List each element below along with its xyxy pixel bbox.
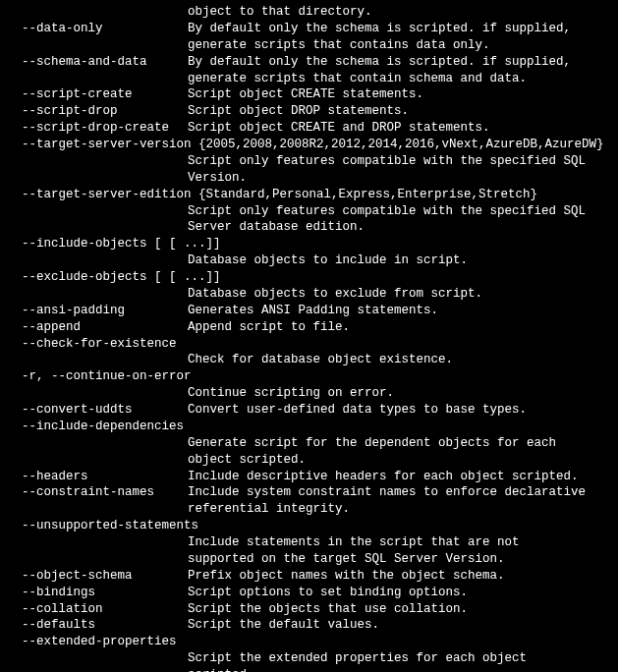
option-flag: --schema-and-data bbox=[8, 54, 188, 71]
option-flag: --target-server-edition {Standard,Person… bbox=[8, 187, 537, 203]
option-flag: --script-drop bbox=[8, 103, 188, 120]
help-line: --object-schemaPrefix object names with … bbox=[8, 568, 610, 585]
help-description-continuation: Version. bbox=[8, 170, 610, 187]
option-description: Script the default values. bbox=[188, 617, 610, 634]
option-flag: --ansi-padding bbox=[8, 303, 188, 319]
help-description-continuation: Database objects to include in script. bbox=[8, 252, 610, 269]
option-flag: --include-objects [ [ ...]] bbox=[8, 236, 221, 252]
help-line: --constraint-namesInclude system constra… bbox=[8, 484, 610, 501]
help-line: --collationScript the objects that use c… bbox=[8, 601, 610, 618]
help-description-continuation: scripted. bbox=[8, 667, 610, 672]
help-line: --convert-uddtsConvert user-defined data… bbox=[8, 402, 610, 419]
help-line: --script-dropScript object DROP statemen… bbox=[8, 103, 610, 120]
help-description-continuation: Script the extended properties for each … bbox=[8, 650, 610, 667]
help-description-continuation: generate scripts that contains data only… bbox=[8, 37, 610, 54]
option-description: Prefix object names with the object sche… bbox=[188, 568, 610, 585]
help-line: --bindingsScript options to set binding … bbox=[8, 585, 610, 601]
help-description-continuation: Script only features compatible with the… bbox=[8, 153, 610, 170]
option-description: Script object CREATE and DROP statements… bbox=[188, 120, 610, 137]
option-flag: --convert-uddts bbox=[8, 402, 188, 419]
option-flag: --headers bbox=[8, 469, 188, 485]
help-line: --script-drop-createScript object CREATE… bbox=[8, 120, 610, 137]
option-flag: --object-schema bbox=[8, 568, 188, 585]
help-line: --exclude-objects [ [ ...]] bbox=[8, 269, 610, 286]
help-line: --data-onlyBy default only the schema is… bbox=[8, 21, 610, 37]
help-line: --unsupported-statements bbox=[8, 518, 610, 534]
option-description: Generates ANSI Padding statements. bbox=[188, 303, 610, 319]
help-line: --target-server-version {2005,2008,2008R… bbox=[8, 137, 610, 153]
help-line: --extended-properties bbox=[8, 634, 610, 650]
option-flag: --unsupported-statements bbox=[8, 518, 198, 534]
option-flag: --check-for-existence bbox=[8, 336, 177, 353]
help-line: --appendAppend script to file. bbox=[8, 319, 610, 336]
option-description: Script the objects that use collation. bbox=[188, 601, 610, 618]
option-flag: --script-drop-create bbox=[8, 120, 188, 137]
help-description-continuation: Script only features compatible with the… bbox=[8, 203, 610, 220]
help-description-continuation: generate scripts that contain schema and… bbox=[8, 71, 610, 87]
option-flag: --data-only bbox=[8, 21, 188, 37]
help-description-continuation: object to that directory. bbox=[8, 4, 610, 21]
option-description: Convert user-defined data types to base … bbox=[188, 402, 610, 419]
option-flag: --collation bbox=[8, 601, 188, 618]
help-description-continuation: Server database edition. bbox=[8, 219, 610, 236]
option-flag: --bindings bbox=[8, 585, 188, 601]
help-line: --include-dependencies bbox=[8, 419, 610, 435]
help-line: --include-objects [ [ ...]] bbox=[8, 236, 610, 252]
help-line: --defaultsScript the default values. bbox=[8, 617, 610, 634]
option-description: Include system constraint names to enfor… bbox=[188, 484, 610, 501]
help-line: --headersInclude descriptive headers for… bbox=[8, 469, 610, 485]
option-description: By default only the schema is scripted. … bbox=[188, 21, 610, 37]
option-flag: --target-server-version {2005,2008,2008R… bbox=[8, 137, 604, 153]
option-flag: --include-dependencies bbox=[8, 419, 184, 435]
help-line: --ansi-paddingGenerates ANSI Padding sta… bbox=[8, 303, 610, 319]
option-description: Script options to set binding options. bbox=[188, 585, 610, 601]
option-description: By default only the schema is scripted. … bbox=[188, 54, 610, 71]
option-description: Include descriptive headers for each obj… bbox=[188, 469, 610, 485]
help-line: --check-for-existence bbox=[8, 336, 610, 353]
help-description-continuation: Continue scripting on error. bbox=[8, 385, 610, 402]
help-description-continuation: Include statements in the script that ar… bbox=[8, 534, 610, 551]
option-flag: --constraint-names bbox=[8, 484, 188, 501]
help-line: --schema-and-dataBy default only the sch… bbox=[8, 54, 610, 71]
help-description-continuation: supported on the target SQL Server Versi… bbox=[8, 551, 610, 568]
option-description: Append script to file. bbox=[188, 319, 610, 336]
option-flag: -r, --continue-on-error bbox=[8, 368, 192, 385]
help-line: --target-server-edition {Standard,Person… bbox=[8, 187, 610, 203]
option-flag: --append bbox=[8, 319, 188, 336]
help-description-continuation: referential integrity. bbox=[8, 501, 610, 518]
help-description-continuation: Check for database object existence. bbox=[8, 352, 610, 368]
help-line: --script-createScript object CREATE stat… bbox=[8, 86, 610, 103]
help-description-continuation: Generate script for the dependent object… bbox=[8, 435, 610, 452]
help-line: -r, --continue-on-error bbox=[8, 368, 610, 385]
option-flag: --script-create bbox=[8, 86, 188, 103]
terminal-output: object to that directory.--data-onlyBy d… bbox=[8, 4, 610, 672]
help-description-continuation: object scripted. bbox=[8, 452, 610, 469]
option-description: Script object CREATE statements. bbox=[188, 86, 610, 103]
option-description: Script object DROP statements. bbox=[188, 103, 610, 120]
option-flag: --extended-properties bbox=[8, 634, 177, 650]
option-flag: --defaults bbox=[8, 617, 188, 634]
help-description-continuation: Database objects to exclude from script. bbox=[8, 286, 610, 303]
option-flag: --exclude-objects [ [ ...]] bbox=[8, 269, 221, 286]
